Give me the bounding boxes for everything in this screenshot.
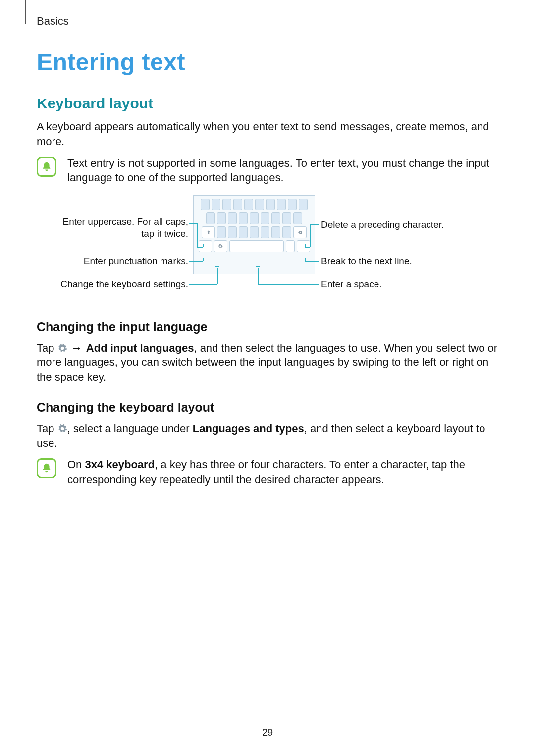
text-fragment: Tap — [37, 342, 57, 354]
para-changing-input-language: Tap → Add input languages, and then sele… — [37, 341, 498, 385]
shift-key — [202, 226, 215, 238]
key — [212, 199, 220, 210]
note-icon — [37, 157, 56, 177]
enter-key — [297, 240, 310, 252]
key — [239, 226, 248, 238]
key — [250, 212, 259, 224]
key — [233, 199, 242, 210]
gear-icon — [57, 342, 67, 352]
text-bold: 3x4 keyboard — [85, 458, 155, 471]
page-content: Entering text Keyboard layout A keyboard… — [37, 47, 498, 497]
callout-line — [310, 224, 319, 225]
key — [228, 212, 237, 224]
key — [271, 226, 280, 238]
keyboard-row-4 — [197, 240, 312, 252]
bell-icon — [41, 462, 52, 474]
gear-icon — [57, 423, 67, 433]
breadcrumb: Basics — [37, 14, 69, 29]
key — [239, 212, 248, 224]
key — [255, 199, 264, 210]
callout-line — [189, 284, 217, 285]
heading-entering-text: Entering text — [37, 47, 498, 79]
keyboard-diagram: Enter uppercase. For all caps, tap it tw… — [59, 195, 476, 304]
callout-tick — [305, 258, 306, 261]
callout-uppercase: Enter uppercase. For all caps, tap it tw… — [54, 216, 188, 240]
callout-nextline: Break to the next line. — [321, 255, 412, 267]
backspace-key — [293, 226, 307, 238]
key — [222, 199, 231, 210]
note-icon — [37, 458, 56, 478]
heading-changing-keyboard-layout: Changing the keyboard layout — [37, 400, 498, 416]
keyboard-row-3 — [197, 226, 312, 238]
gear-icon — [218, 244, 223, 249]
space-key — [229, 240, 284, 252]
note-text: On 3x4 keyboard, a key has three or four… — [67, 457, 498, 487]
callout-tick — [256, 266, 260, 267]
period-key — [286, 240, 295, 252]
arrow-icon: → — [70, 341, 83, 355]
heading-changing-input-language: Changing the input language — [37, 319, 498, 336]
page-number: 29 — [0, 726, 535, 739]
key — [228, 226, 237, 238]
keyboard-row-2 — [197, 212, 312, 224]
callout-settings: Change the keyboard settings. — [54, 278, 188, 290]
callout-line — [197, 223, 198, 247]
callout-line — [305, 247, 310, 248]
callout-line — [258, 284, 319, 285]
text-bold: Add input languages — [86, 342, 194, 354]
key — [217, 226, 226, 238]
text-fragment: Tap — [37, 422, 57, 435]
callout-line — [310, 224, 311, 247]
callout-line — [305, 261, 319, 262]
keyboard-illustration — [193, 195, 315, 274]
callout-tick — [203, 258, 204, 261]
callout-delete: Delete a preceding character. — [321, 219, 444, 231]
key — [201, 199, 210, 210]
key — [261, 226, 269, 238]
text-fragment: , select a language under — [67, 422, 193, 435]
callout-space: Enter a space. — [321, 278, 382, 290]
settings-key — [214, 240, 227, 252]
para-changing-keyboard-layout: Tap , select a language under Languages … — [37, 421, 498, 451]
intro-paragraph: A keyboard appears automatically when yo… — [37, 119, 498, 149]
heading-keyboard-layout: Keyboard layout — [37, 94, 498, 114]
page-margin-rule — [25, 0, 26, 24]
bell-icon — [41, 161, 52, 173]
key — [250, 226, 259, 238]
key — [282, 226, 291, 238]
key — [261, 212, 269, 224]
key — [288, 199, 297, 210]
symbols-key — [199, 240, 212, 252]
key — [299, 199, 308, 210]
key — [206, 212, 215, 224]
key — [244, 199, 253, 210]
key — [271, 212, 280, 224]
shift-icon — [206, 230, 211, 235]
note-text: Text entry is not supported in some lang… — [67, 156, 498, 185]
key — [217, 212, 226, 224]
callout-line — [189, 223, 197, 224]
key — [277, 199, 286, 210]
callout-tick — [305, 244, 306, 247]
note-language-support: Text entry is not supported in some lang… — [37, 156, 498, 185]
callout-line — [217, 268, 218, 284]
callout-line — [189, 261, 203, 262]
key — [282, 212, 291, 224]
key — [293, 212, 302, 224]
key — [266, 199, 275, 210]
callout-tick — [215, 266, 219, 267]
keyboard-row-1 — [197, 199, 312, 210]
callout-punctuation: Enter punctuation marks. — [54, 255, 188, 267]
text-bold: Languages and types — [193, 422, 304, 435]
callout-line — [258, 268, 259, 284]
callout-tick — [203, 244, 204, 247]
callout-line — [197, 247, 203, 248]
backspace-icon — [298, 230, 303, 235]
text-fragment: On — [67, 458, 85, 471]
note-3x4-keyboard: On 3x4 keyboard, a key has three or four… — [37, 457, 498, 487]
